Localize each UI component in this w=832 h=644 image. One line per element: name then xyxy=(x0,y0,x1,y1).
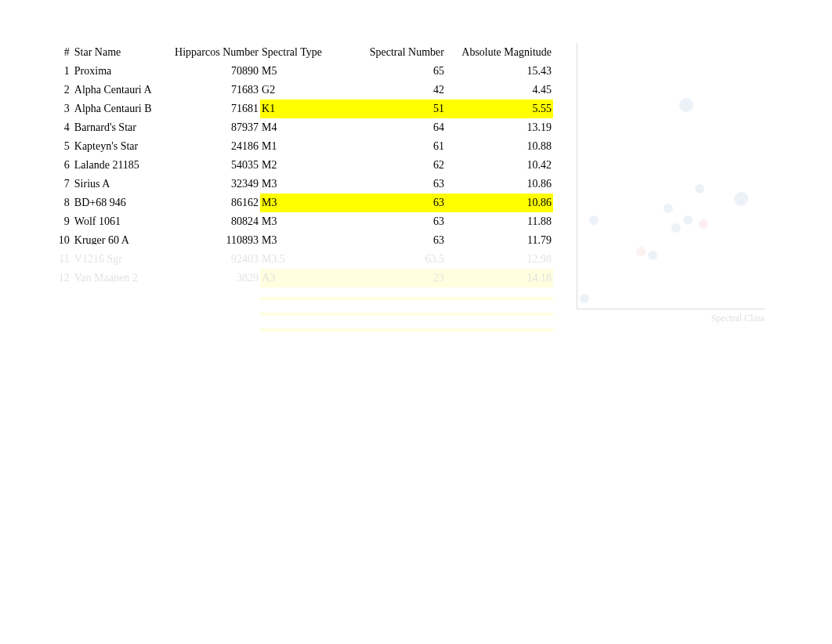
cell-abs-magnitude[interactable]: 5.55 xyxy=(449,99,553,118)
cell-star-name[interactable]: Alpha Centauri A xyxy=(73,81,166,99)
cell-star-name[interactable]: BD+68 946 xyxy=(73,194,166,212)
table-row[interactable]: 3Alpha Centauri B71681K1515.55 xyxy=(52,99,553,118)
table-row[interactable]: 4Barnard's Star87937M46413.19 xyxy=(52,118,553,137)
table-row[interactable]: 5Kapteyn's Star24186M16110.88 xyxy=(52,137,553,156)
cell-spectral-number[interactable]: 64 xyxy=(333,118,449,137)
cell-spectral-type[interactable]: M4 xyxy=(260,118,333,137)
table-row[interactable]: 9Wolf 106180824M36311.88 xyxy=(52,212,553,231)
cell-star-name[interactable]: Alpha Centauri B xyxy=(73,99,166,118)
cell-number[interactable]: 8 xyxy=(52,194,73,212)
table-header-row: # Star Name Hipparcos Number Spectral Ty… xyxy=(52,43,553,62)
cell-number[interactable] xyxy=(52,331,73,335)
cell-abs-magnitude[interactable] xyxy=(449,331,553,335)
cell-abs-magnitude[interactable]: 15.43 xyxy=(449,62,553,81)
table-row[interactable]: 10Kruger 60 A110893M36311.79 xyxy=(52,231,553,250)
cell-spectral-type[interactable]: M3 xyxy=(260,175,333,194)
cell-hipparcos[interactable]: 3829 xyxy=(166,269,260,288)
col-header-star-name[interactable]: Star Name xyxy=(73,43,166,62)
cell-star-name[interactable]: Proxima xyxy=(73,62,166,81)
cell-number[interactable]: 11 xyxy=(52,250,73,269)
cell-star-name[interactable] xyxy=(73,331,166,335)
cell-number[interactable]: 9 xyxy=(52,212,73,231)
cell-spectral-number[interactable]: 63 xyxy=(333,175,449,194)
cell-spectral-type[interactable]: M5 xyxy=(260,62,333,81)
cell-number[interactable]: 10 xyxy=(52,231,73,250)
cell-hipparcos[interactable]: 71681 xyxy=(166,99,260,118)
cell-spectral-number[interactable]: 65 xyxy=(333,62,449,81)
cell-hipparcos[interactable]: 110893 xyxy=(166,231,260,250)
cell-number[interactable]: 4 xyxy=(52,118,73,137)
chart-x-axis-label: Spectral Class xyxy=(577,313,765,324)
cell-number[interactable]: 12 xyxy=(52,269,73,288)
cell-spectral-number[interactable]: 63 xyxy=(333,212,449,231)
cell-spectral-number[interactable]: 42 xyxy=(333,81,449,99)
cell-star-name[interactable]: Wolf 1061 xyxy=(73,212,166,231)
cell-number[interactable]: 5 xyxy=(52,137,73,156)
col-header-abs-magnitude[interactable]: Absolute Magnitude xyxy=(449,43,553,62)
cell-number[interactable]: 1 xyxy=(52,62,73,81)
cell-spectral-type[interactable]: A3 xyxy=(260,269,333,288)
cell-hipparcos[interactable]: 24186 xyxy=(166,137,260,156)
table-row[interactable] xyxy=(52,331,553,335)
cell-spectral-type[interactable]: M1 xyxy=(260,137,333,156)
col-header-spectral-type[interactable]: Spectral Type xyxy=(260,43,333,62)
cell-spectral-type[interactable]: G2 xyxy=(260,81,333,99)
cell-star-name[interactable]: Sirius A xyxy=(73,175,166,194)
cell-star-name[interactable]: Barnard's Star xyxy=(73,118,166,137)
cell-spectral-type[interactable]: M3 xyxy=(260,231,333,250)
cell-hipparcos[interactable]: 71683 xyxy=(166,81,260,99)
cell-spectral-number[interactable]: 62 xyxy=(333,156,449,175)
cell-abs-magnitude[interactable]: 14.18 xyxy=(449,269,553,288)
cell-number[interactable]: 6 xyxy=(52,156,73,175)
table-row[interactable]: 11V1216 Sgr92403M3.563.512.98 xyxy=(52,250,553,269)
cell-spectral-number[interactable]: 51 xyxy=(333,99,449,118)
cell-spectral-number[interactable]: 63.5 xyxy=(333,250,449,269)
cell-star-name[interactable]: Van Maanen 2 xyxy=(73,269,166,288)
cell-hipparcos[interactable]: 80824 xyxy=(166,212,260,231)
cell-hipparcos[interactable] xyxy=(166,331,260,335)
cell-spectral-type[interactable]: M3.5 xyxy=(260,250,333,269)
col-header-hipparcos[interactable]: Hipparcos Number xyxy=(166,43,260,62)
cell-hipparcos[interactable]: 86162 xyxy=(166,194,260,212)
cell-spectral-number[interactable]: 63 xyxy=(333,231,449,250)
cell-hipparcos[interactable]: 92403 xyxy=(166,250,260,269)
table-row[interactable]: 8BD+68 94686162M36310.86 xyxy=(52,194,553,212)
cell-spectral-number[interactable]: 63 xyxy=(333,194,449,212)
cell-spectral-number[interactable]: 23 xyxy=(333,269,449,288)
cell-abs-magnitude[interactable]: 10.86 xyxy=(449,194,553,212)
hr-diagram[interactable] xyxy=(577,43,765,309)
cell-abs-magnitude[interactable]: 13.19 xyxy=(449,118,553,137)
table-row[interactable]: 7Sirius A32349M36310.86 xyxy=(52,175,553,194)
table-row[interactable]: 1Proxima70890M56515.43 xyxy=(52,62,553,81)
cell-spectral-type[interactable]: M3 xyxy=(260,194,333,212)
cell-spectral-type[interactable]: M2 xyxy=(260,156,333,175)
table-row[interactable]: 2Alpha Centauri A71683G2424.45 xyxy=(52,81,553,99)
cell-number[interactable]: 2 xyxy=(52,81,73,99)
cell-abs-magnitude[interactable]: 11.79 xyxy=(449,231,553,250)
cell-abs-magnitude[interactable]: 10.42 xyxy=(449,156,553,175)
cell-spectral-number[interactable]: 61 xyxy=(333,137,449,156)
cell-abs-magnitude[interactable]: 12.98 xyxy=(449,250,553,269)
cell-star-name[interactable]: Kapteyn's Star xyxy=(73,137,166,156)
cell-star-name[interactable]: Lalande 21185 xyxy=(73,156,166,175)
col-header-spectral-number[interactable]: Spectral Number xyxy=(333,43,449,62)
cell-star-name[interactable]: V1216 Sgr xyxy=(73,250,166,269)
cell-spectral-type[interactable]: M3 xyxy=(260,212,333,231)
cell-number[interactable]: 7 xyxy=(52,175,73,194)
cell-star-name[interactable]: Kruger 60 A xyxy=(73,231,166,250)
cell-abs-magnitude[interactable]: 11.88 xyxy=(449,212,553,231)
cell-abs-magnitude[interactable]: 10.86 xyxy=(449,175,553,194)
cell-hipparcos[interactable]: 87937 xyxy=(166,118,260,137)
cell-abs-magnitude[interactable]: 4.45 xyxy=(449,81,553,99)
cell-hipparcos[interactable]: 54035 xyxy=(166,156,260,175)
cell-abs-magnitude[interactable]: 10.88 xyxy=(449,137,553,156)
table-row[interactable]: 12Van Maanen 23829A32314.18 xyxy=(52,269,553,288)
cell-spectral-type[interactable]: K1 xyxy=(260,99,333,118)
cell-spectral-number[interactable] xyxy=(333,331,449,335)
cell-hipparcos[interactable]: 70890 xyxy=(166,62,260,81)
cell-spectral-type[interactable] xyxy=(260,331,333,335)
cell-number[interactable]: 3 xyxy=(52,99,73,118)
table-row[interactable]: 6Lalande 2118554035M26210.42 xyxy=(52,156,553,175)
col-header-number[interactable]: # xyxy=(52,43,73,62)
cell-hipparcos[interactable]: 32349 xyxy=(166,175,260,194)
